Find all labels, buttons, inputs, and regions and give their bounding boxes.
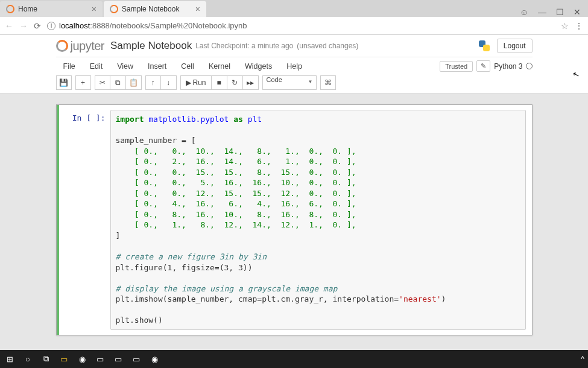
cut-button[interactable]: ✂ (95, 75, 110, 90)
close-tab-icon[interactable]: × (195, 4, 200, 14)
notebook-header: jupyter Sample Notebook Last Checkpoint:… (56, 35, 533, 57)
reload-icon[interactable]: ⟳ (34, 21, 41, 31)
terminal-icon[interactable]: ▭ (130, 353, 142, 365)
jupyter-favicon (110, 5, 118, 13)
menu-file[interactable]: File (56, 62, 83, 71)
notebook-name[interactable]: Sample Notebook (110, 40, 192, 52)
jupyter-logo[interactable]: jupyter (56, 39, 105, 53)
paste-button[interactable]: 📋 (126, 75, 142, 90)
restart-button[interactable]: ↻ (227, 75, 243, 90)
system-tray[interactable]: ^ (581, 355, 584, 363)
close-window-icon[interactable]: ✕ (574, 7, 581, 17)
run-button[interactable]: ▶ Run (180, 75, 212, 90)
tab-title: Home (18, 5, 37, 13)
code-cell[interactable]: In [ ]: import matplotlib.pyplot as plt … (57, 105, 532, 335)
url-host: localhost (59, 21, 90, 30)
interrupt-button[interactable]: ■ (212, 75, 227, 90)
close-tab-icon[interactable]: × (92, 4, 96, 14)
unsaved-status: (unsaved changes) (297, 42, 358, 50)
back-icon[interactable]: ← (5, 21, 13, 31)
kernel-idle-icon (526, 63, 533, 69)
chrome-running-icon[interactable]: ◉ (148, 353, 160, 365)
edit-metadata-icon[interactable]: ✎ (476, 60, 490, 72)
move-down-button[interactable]: ↓ (161, 75, 177, 90)
input-prompt: In [ ]: (59, 110, 110, 330)
menu-edit[interactable]: Edit (83, 62, 110, 71)
jupyter-logo-text: jupyter (71, 39, 105, 53)
address-bar: ← → ⟳ i localhost:8888/notebooks/Sample%… (0, 17, 588, 35)
save-button[interactable]: 💾 (56, 75, 72, 90)
toolbar: 💾 + ✂ ⧉ 📋 ↑ ↓ ▶ Run ■ ↻ ▸▸ Code ⌘ (56, 75, 533, 93)
menu-bar: File Edit View Insert Cell Kernel Widget… (56, 57, 533, 75)
chrome-menu-icon[interactable]: ⋮ (575, 21, 583, 31)
site-info-icon[interactable]: i (47, 22, 55, 30)
code-input[interactable]: import matplotlib.pyplot as plt sample_n… (110, 110, 526, 330)
url-path: /notebooks/Sample%20Notebook.ipynb (110, 21, 247, 30)
menu-widgets[interactable]: Widgets (238, 62, 279, 71)
insert-cell-button[interactable]: + (75, 75, 91, 90)
cortana-icon[interactable]: ○ (22, 353, 34, 365)
minimize-icon[interactable]: — (538, 7, 546, 17)
user-icon[interactable]: ☺ (520, 7, 528, 17)
browser-tab-notebook[interactable]: Sample Notebook × (104, 1, 206, 17)
file-explorer-icon[interactable]: ▭ (58, 353, 70, 365)
copy-button[interactable]: ⧉ (110, 75, 126, 90)
menu-view[interactable]: View (110, 62, 141, 71)
bookmark-icon[interactable]: ☆ (561, 21, 569, 31)
kernel-indicator[interactable]: Python 3 (494, 62, 532, 71)
menu-kernel[interactable]: Kernel (201, 62, 238, 71)
notebook-area: In [ ]: import matplotlib.pyplot as plt … (0, 94, 588, 360)
task-view-icon[interactable]: ⧉ (40, 353, 52, 365)
window-controls: ☺ — ☐ ✕ (513, 7, 588, 17)
menu-help[interactable]: Help (279, 62, 309, 71)
logout-button[interactable]: Logout (497, 39, 533, 53)
menu-insert[interactable]: Insert (141, 62, 174, 71)
command-palette-button[interactable]: ⌘ (320, 75, 336, 90)
restart-run-all-button[interactable]: ▸▸ (243, 75, 259, 90)
jupyter-favicon (6, 5, 14, 13)
forward-icon[interactable]: → (19, 21, 28, 31)
browser-tab-home[interactable]: Home × (0, 1, 103, 17)
start-button[interactable]: ⊞ (4, 353, 16, 365)
move-up-button[interactable]: ↑ (145, 75, 161, 90)
browser-tab-strip: Home × Sample Notebook × ☺ — ☐ ✕ (0, 0, 588, 17)
python-logo-icon (478, 39, 491, 52)
cell-type-select[interactable]: Code (262, 75, 317, 90)
jupyter-logo-icon (56, 40, 68, 52)
maximize-icon[interactable]: ☐ (556, 7, 564, 17)
tab-title: Sample Notebook (122, 5, 179, 13)
jupyter-page: jupyter Sample Notebook Last Checkpoint:… (0, 35, 588, 94)
app-icon[interactable]: ▭ (112, 353, 124, 365)
url-input[interactable]: i localhost:8888/notebooks/Sample%20Note… (47, 21, 555, 30)
trusted-badge[interactable]: Trusted (440, 61, 473, 72)
notebook-container: In [ ]: import matplotlib.pyplot as plt … (56, 104, 533, 335)
chrome-taskbar-icon[interactable]: ◉ (76, 353, 88, 365)
windows-taskbar: ⊞ ○ ⧉ ▭ ◉ ▭ ▭ ▭ ◉ ^ (0, 350, 588, 368)
checkpoint-status: Last Checkpoint: a minute ago (195, 42, 293, 50)
menu-cell[interactable]: Cell (174, 62, 201, 71)
app-icon[interactable]: ▭ (94, 353, 106, 365)
